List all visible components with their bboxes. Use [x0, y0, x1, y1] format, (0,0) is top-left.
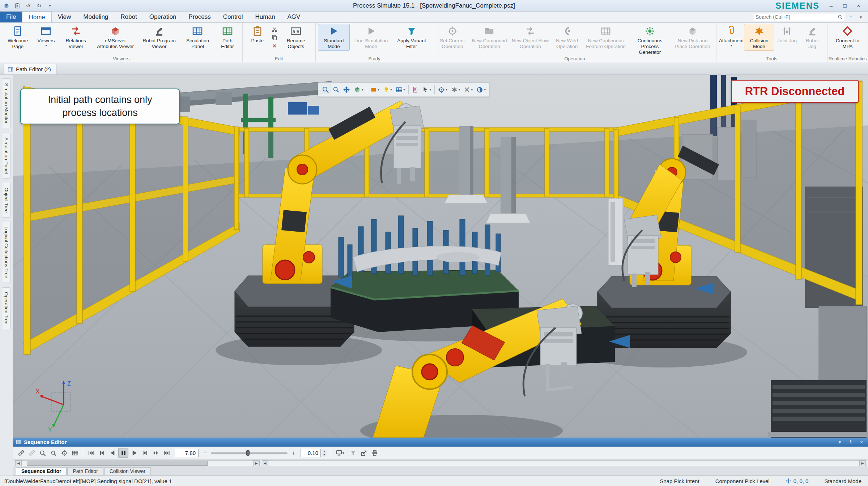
ribbon-item-robot-program-viewer[interactable]: Robot Program Viewer: [138, 24, 180, 51]
zoom-out-icon[interactable]: [48, 448, 59, 458]
ribbon-item-connect-to-mpa[interactable]: Connect to MPA: [830, 24, 865, 51]
ribbon-item-rename-objects[interactable]: Rename Objects: [279, 24, 313, 51]
3d-scene[interactable]: [13, 75, 868, 438]
measure-icon[interactable]: ▾: [437, 84, 449, 95]
pause-button[interactable]: [118, 448, 128, 458]
erase-icon[interactable]: ▾: [462, 84, 474, 95]
link-icon[interactable]: [16, 448, 26, 458]
ribbon-item-continuous-process-generator[interactable]: Continuous Process Generator: [629, 24, 671, 56]
speed-slider[interactable]: [211, 449, 288, 457]
step-interval-spinner[interactable]: ▲▼: [322, 449, 327, 457]
tab-file[interactable]: File: [0, 12, 22, 22]
ribbon-item-path-editor[interactable]: Path Editor: [215, 24, 240, 51]
timeline-scroll-right-icon[interactable]: ▶: [859, 460, 866, 466]
sequence-editor-header[interactable]: Sequence Editor ▾ ×: [13, 438, 868, 447]
tab-control[interactable]: Control: [217, 12, 249, 22]
timeline-scrollbar[interactable]: ◀ ▶: [262, 460, 866, 466]
ribbon-item-relations-viewer[interactable]: Relations Viewer: [59, 24, 93, 51]
spinner-down-icon[interactable]: ▼: [322, 453, 327, 457]
ribbon-item-attachment[interactable]: Attachment ▾: [719, 24, 744, 48]
tab-agv[interactable]: AGV: [281, 12, 306, 22]
tab-modeling[interactable]: Modeling: [77, 12, 114, 22]
pick-intent-icon[interactable]: ▾: [421, 84, 433, 95]
close-button[interactable]: ×: [852, 1, 865, 10]
redo-icon[interactable]: ↻: [35, 2, 43, 10]
graphic-viewer[interactable]: Initial path contains only process locat…: [13, 75, 868, 438]
jump-to-end-button[interactable]: [162, 448, 172, 458]
tab-operation[interactable]: Operation: [143, 12, 183, 22]
ribbon-item-paste[interactable]: Paste: [245, 24, 270, 45]
zoom-icon[interactable]: [331, 84, 341, 95]
panel-close-icon[interactable]: ×: [858, 439, 865, 446]
fast-forward-button[interactable]: [151, 448, 161, 458]
export-icon[interactable]: [359, 448, 369, 458]
panel-pin-icon[interactable]: [847, 439, 854, 446]
search-input[interactable]: [753, 14, 837, 20]
snap-pick-intent-label[interactable]: Snap Pick Intent: [660, 478, 699, 484]
play-button[interactable]: [129, 448, 139, 458]
play-backward-button[interactable]: [107, 448, 118, 458]
ribbon-item-welcome-page[interactable]: Welcome Page: [2, 24, 33, 51]
ribbon-item-collision-mode[interactable]: Collision Mode: [744, 24, 774, 51]
pan-icon[interactable]: [341, 84, 352, 95]
markup-icon[interactable]: ▾: [450, 84, 461, 95]
speed-slider-handle[interactable]: [246, 450, 250, 456]
tab-robot[interactable]: Robot: [114, 12, 143, 22]
sidebar-tab-simulation-panel[interactable]: Simulation Panel: [3, 133, 10, 179]
ribbon-item-apply-variant-filter[interactable]: Apply Variant Filter: [392, 24, 431, 51]
simulation-monitor-icon[interactable]: ▾: [333, 448, 347, 458]
ribbon-item-viewers[interactable]: Viewers ▾: [33, 24, 59, 48]
undo-icon[interactable]: ↺: [24, 2, 33, 10]
minimize-button[interactable]: –: [825, 1, 838, 10]
gantt-columns-icon[interactable]: [70, 448, 80, 458]
tab-home[interactable]: Home: [22, 12, 51, 22]
view-orientation-icon[interactable]: ▾: [352, 84, 365, 95]
scroll-left-icon[interactable]: ◀: [15, 460, 22, 466]
notes-icon[interactable]: [410, 84, 420, 95]
zoom-in-icon[interactable]: [38, 448, 48, 458]
tab-human[interactable]: Human: [249, 12, 281, 22]
tab-path-editor[interactable]: Path Editor: [67, 467, 103, 475]
timeline-scroll-left-icon[interactable]: ◀: [262, 460, 268, 466]
zoom-area-icon[interactable]: [320, 84, 331, 95]
ribbon-item-emserver-attributes-viewer[interactable]: eMServer Attributes Viewer: [93, 24, 138, 51]
search-icon[interactable]: [837, 14, 844, 20]
tab-view[interactable]: View: [52, 12, 77, 22]
step-forward-button[interactable]: [140, 448, 150, 458]
view-filters-icon[interactable]: ▾: [394, 84, 407, 95]
tab-collision-viewer[interactable]: Collision Viewer: [104, 467, 151, 475]
tab-process[interactable]: Process: [182, 12, 217, 22]
panel-dropdown-icon[interactable]: ▾: [836, 439, 843, 446]
maximize-button[interactable]: □: [838, 1, 851, 10]
render-bulb-icon[interactable]: ▾: [382, 84, 393, 95]
path-editor-document-tab[interactable]: Path Editor (2): [4, 64, 56, 74]
delete-icon[interactable]: [270, 42, 279, 50]
simulation-time-field[interactable]: 7.80: [175, 449, 199, 457]
sidebar-tab-object-tree[interactable]: Object Tree: [3, 183, 10, 218]
help-dropdown-icon[interactable]: ▾: [857, 14, 864, 20]
step-interval-field[interactable]: 0.10: [301, 449, 321, 457]
print-icon[interactable]: [370, 448, 380, 458]
speed-decrease-button[interactable]: −: [201, 449, 209, 457]
jump-to-start-button[interactable]: [86, 448, 96, 458]
collapse-ribbon-icon[interactable]: ^: [847, 14, 854, 20]
zoom-fit-icon[interactable]: [59, 448, 69, 458]
ribbon-item-simulation-panel[interactable]: Simulation Panel: [180, 24, 215, 51]
step-backward-button[interactable]: [97, 448, 107, 458]
ribbon-item-standard-mode[interactable]: Standard Mode: [318, 24, 350, 51]
tree-scrollbar[interactable]: ◀ ▶: [15, 460, 260, 466]
tree-scrollbar-thumb[interactable]: [27, 461, 208, 466]
quick-access-dropdown-icon[interactable]: ▾: [46, 2, 54, 10]
pick-level-label[interactable]: Component Pick Level: [715, 478, 770, 484]
sidebar-tab-operation-tree[interactable]: Operation Tree: [3, 287, 10, 329]
save-icon[interactable]: [13, 2, 22, 10]
spinner-up-icon[interactable]: ▲: [322, 449, 327, 453]
cut-icon[interactable]: [270, 25, 279, 33]
display-box-icon[interactable]: ▾: [369, 84, 381, 95]
tab-sequence-editor[interactable]: Sequence Editor: [16, 467, 67, 475]
sidebar-tab-simulation-monitor[interactable]: Simulation Monitor: [3, 78, 10, 128]
speed-increase-button[interactable]: +: [290, 449, 297, 457]
scroll-right-icon[interactable]: ▶: [253, 460, 260, 466]
sidebar-tab-logical-collections-tree[interactable]: Logical Collections Tree: [3, 222, 10, 283]
copy-icon[interactable]: [270, 34, 279, 42]
